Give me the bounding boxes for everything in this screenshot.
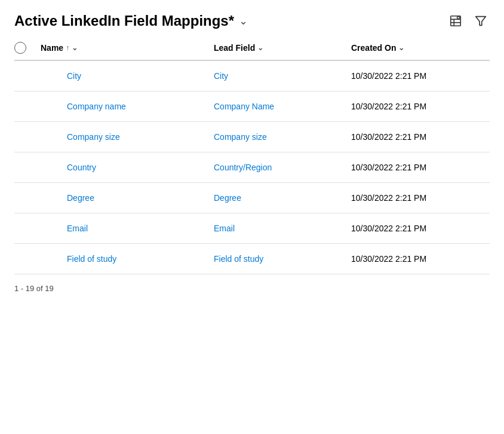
table-row[interactable]: Email Email 10/30/2022 2:21 PM xyxy=(14,213,490,244)
svg-rect-0 xyxy=(451,16,461,26)
table-row[interactable]: Field of study Field of study 10/30/2022… xyxy=(14,244,490,274)
row-lead-field-link[interactable]: Company size xyxy=(214,132,267,142)
cell-name[interactable]: Country xyxy=(41,162,214,173)
table-row[interactable]: Country Country/Region 10/30/2022 2:21 P… xyxy=(14,152,490,183)
row-lead-field-link[interactable]: Email xyxy=(214,224,235,233)
row-name-link[interactable]: City xyxy=(67,71,81,81)
row-lead-field-link[interactable]: Degree xyxy=(214,193,241,203)
lead-field-sort-icon[interactable]: ⌄ xyxy=(257,44,263,52)
svg-marker-9 xyxy=(476,17,486,26)
row-name-link[interactable]: Country xyxy=(67,163,96,172)
row-lead-field-link[interactable]: City xyxy=(214,71,228,81)
pagination-footer: 1 - 19 of 19 xyxy=(14,284,490,293)
column-header-lead-field[interactable]: Lead Field ⌄ xyxy=(214,43,351,53)
toolbar xyxy=(447,12,490,30)
cell-lead-field[interactable]: Company size xyxy=(214,132,351,142)
cell-name[interactable]: Company name xyxy=(41,101,214,112)
table-row[interactable]: Company size Company size 10/30/2022 2:2… xyxy=(14,122,490,152)
table-settings-icon xyxy=(449,14,462,27)
created-on-column-label[interactable]: Created On ⌄ xyxy=(351,43,490,53)
row-name-link[interactable]: Field of study xyxy=(67,254,116,264)
row-lead-field-link[interactable]: Company Name xyxy=(214,102,274,111)
cell-lead-field[interactable]: Email xyxy=(214,223,351,234)
svg-point-4 xyxy=(457,16,460,19)
cell-created-on: 10/30/2022 2:21 PM xyxy=(351,224,490,233)
filter-icon xyxy=(474,14,487,27)
cell-created-on: 10/30/2022 2:21 PM xyxy=(351,193,490,203)
cell-name[interactable]: Company size xyxy=(41,132,214,142)
sort-asc-icon: ↑ xyxy=(66,44,69,52)
cell-lead-field[interactable]: Company Name xyxy=(214,101,351,112)
select-all-checkbox[interactable] xyxy=(14,42,26,54)
table-header: Name ↑ ⌄ Lead Field ⌄ Created On ⌄ xyxy=(14,39,490,61)
table-body: City City 10/30/2022 2:21 PM Company nam… xyxy=(14,61,490,274)
table-row[interactable]: Company name Company Name 10/30/2022 2:2… xyxy=(14,91,490,122)
table-settings-button[interactable] xyxy=(447,12,465,30)
table-row[interactable]: City City 10/30/2022 2:21 PM xyxy=(14,61,490,91)
cell-lead-field[interactable]: Degree xyxy=(214,192,351,203)
filter-button[interactable] xyxy=(472,12,490,30)
row-name-link[interactable]: Email xyxy=(67,224,88,233)
cell-created-on: 10/30/2022 2:21 PM xyxy=(351,71,490,81)
name-column-label[interactable]: Name ↑ ⌄ xyxy=(41,43,214,53)
sort-toggle-icon[interactable]: ⌄ xyxy=(72,44,78,52)
row-lead-field-link[interactable]: Field of study xyxy=(214,254,263,264)
cell-created-on: 10/30/2022 2:21 PM xyxy=(351,254,490,264)
cell-name[interactable]: Degree xyxy=(41,192,214,203)
cell-name[interactable]: Email xyxy=(41,223,214,234)
cell-created-on: 10/30/2022 2:21 PM xyxy=(351,163,490,172)
column-header-name[interactable]: Name ↑ ⌄ xyxy=(41,43,214,53)
row-name-link[interactable]: Degree xyxy=(67,193,94,203)
title-group: Active LinkedIn Field Mappings* ⌄ xyxy=(14,13,248,29)
row-lead-field-link[interactable]: Country/Region xyxy=(214,163,272,172)
chevron-down-icon[interactable]: ⌄ xyxy=(239,14,248,27)
select-all-checkbox-cell[interactable] xyxy=(14,42,41,54)
page-header: Active LinkedIn Field Mappings* ⌄ xyxy=(14,12,490,30)
table-row[interactable]: Degree Degree 10/30/2022 2:21 PM xyxy=(14,183,490,213)
row-name-link[interactable]: Company size xyxy=(67,132,120,142)
cell-lead-field[interactable]: Field of study xyxy=(214,253,351,264)
pagination-text: 1 - 19 of 19 xyxy=(14,284,54,293)
cell-created-on: 10/30/2022 2:21 PM xyxy=(351,132,490,142)
created-on-sort-icon[interactable]: ⌄ xyxy=(398,44,404,52)
lead-field-column-label[interactable]: Lead Field ⌄ xyxy=(214,43,351,53)
cell-name[interactable]: Field of study xyxy=(41,253,214,264)
cell-lead-field[interactable]: Country/Region xyxy=(214,162,351,173)
cell-lead-field[interactable]: City xyxy=(214,71,351,81)
page-title: Active LinkedIn Field Mappings* xyxy=(14,13,234,29)
column-header-created-on[interactable]: Created On ⌄ xyxy=(351,43,490,53)
cell-name[interactable]: City xyxy=(41,71,214,81)
row-name-link[interactable]: Company name xyxy=(67,102,126,111)
cell-created-on: 10/30/2022 2:21 PM xyxy=(351,102,490,111)
